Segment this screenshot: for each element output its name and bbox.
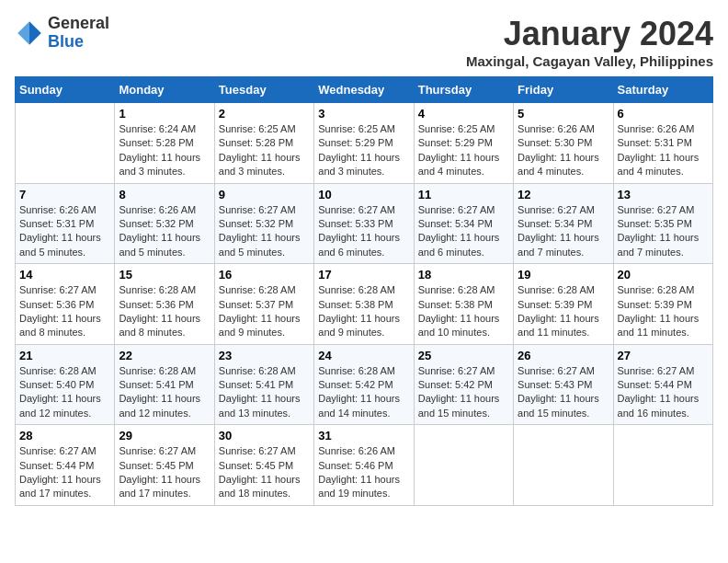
calendar-cell: 30Sunrise: 6:27 AMSunset: 5:45 PMDayligh…: [214, 425, 313, 506]
calendar-cell: 3Sunrise: 6:25 AMSunset: 5:29 PMDaylight…: [314, 103, 414, 184]
day-number: 30: [219, 429, 310, 442]
day-info: Sunrise: 6:26 AMSunset: 5:31 PMDaylight:…: [19, 203, 110, 260]
day-number: 4: [418, 107, 509, 121]
day-number: 20: [618, 268, 709, 282]
day-info: Sunrise: 6:27 AMSunset: 5:33 PMDaylight:…: [318, 203, 409, 260]
day-number: 28: [19, 429, 110, 442]
calendar-cell: 26Sunrise: 6:27 AMSunset: 5:43 PMDayligh…: [514, 344, 613, 425]
day-info: Sunrise: 6:27 AMSunset: 5:35 PMDaylight:…: [618, 203, 709, 260]
day-number: 23: [219, 349, 310, 362]
calendar: SundayMondayTuesdayWednesdayThursdayFrid…: [15, 76, 713, 506]
calendar-week-row: 1Sunrise: 6:24 AMSunset: 5:28 PMDaylight…: [16, 103, 713, 184]
svg-marker-1: [17, 21, 29, 45]
calendar-cell: 19Sunrise: 6:28 AMSunset: 5:39 PMDayligh…: [514, 264, 613, 345]
day-info: Sunrise: 6:28 AMSunset: 5:38 PMDaylight:…: [318, 283, 409, 340]
day-info: Sunrise: 6:25 AMSunset: 5:29 PMDaylight:…: [418, 122, 509, 179]
calendar-cell: 13Sunrise: 6:27 AMSunset: 5:35 PMDayligh…: [613, 183, 712, 264]
logo-text: General Blue: [48, 15, 109, 52]
day-info: Sunrise: 6:27 AMSunset: 5:45 PMDaylight:…: [219, 444, 310, 501]
day-number: 31: [318, 429, 409, 442]
calendar-cell: [16, 103, 115, 184]
day-info: Sunrise: 6:28 AMSunset: 5:37 PMDaylight:…: [219, 283, 310, 340]
day-number: 7: [19, 188, 110, 201]
calendar-cell: [613, 425, 712, 506]
calendar-cell: 2Sunrise: 6:25 AMSunset: 5:28 PMDaylight…: [214, 103, 313, 184]
day-number: 1: [119, 107, 210, 121]
day-number: 16: [219, 268, 310, 282]
title-block: January 2024 Maxingal, Cagayan Valley, P…: [466, 15, 713, 69]
day-info: Sunrise: 6:27 AMSunset: 5:45 PMDaylight:…: [119, 444, 210, 501]
day-of-week-header: Thursday: [414, 77, 513, 103]
day-of-week-header: Tuesday: [214, 77, 313, 103]
calendar-cell: 5Sunrise: 6:26 AMSunset: 5:30 PMDaylight…: [514, 103, 613, 184]
calendar-cell: 8Sunrise: 6:26 AMSunset: 5:32 PMDaylight…: [115, 183, 214, 264]
day-number: 26: [518, 349, 609, 362]
calendar-cell: 28Sunrise: 6:27 AMSunset: 5:44 PMDayligh…: [16, 425, 115, 506]
calendar-week-row: 14Sunrise: 6:27 AMSunset: 5:36 PMDayligh…: [16, 264, 713, 345]
day-info: Sunrise: 6:26 AMSunset: 5:31 PMDaylight:…: [618, 122, 709, 179]
day-info: Sunrise: 6:27 AMSunset: 5:32 PMDaylight:…: [219, 203, 310, 260]
page-header: General Blue January 2024 Maxingal, Caga…: [15, 15, 713, 69]
calendar-week-row: 28Sunrise: 6:27 AMSunset: 5:44 PMDayligh…: [16, 425, 713, 506]
day-number: 18: [418, 268, 509, 282]
day-number: 24: [318, 349, 409, 362]
day-info: Sunrise: 6:26 AMSunset: 5:46 PMDaylight:…: [318, 444, 409, 501]
calendar-cell: 14Sunrise: 6:27 AMSunset: 5:36 PMDayligh…: [16, 264, 115, 345]
day-info: Sunrise: 6:28 AMSunset: 5:41 PMDaylight:…: [119, 364, 210, 421]
calendar-cell: 9Sunrise: 6:27 AMSunset: 5:32 PMDaylight…: [214, 183, 313, 264]
day-of-week-header: Monday: [115, 77, 214, 103]
day-number: 25: [418, 349, 509, 362]
day-info: Sunrise: 6:25 AMSunset: 5:28 PMDaylight:…: [219, 122, 310, 179]
day-number: 9: [219, 188, 310, 201]
day-info: Sunrise: 6:24 AMSunset: 5:28 PMDaylight:…: [119, 122, 210, 179]
day-number: 17: [318, 268, 409, 282]
calendar-cell: 1Sunrise: 6:24 AMSunset: 5:28 PMDaylight…: [115, 103, 214, 184]
day-number: 2: [219, 107, 310, 121]
calendar-cell: [514, 425, 613, 506]
calendar-cell: 21Sunrise: 6:28 AMSunset: 5:40 PMDayligh…: [16, 344, 115, 425]
day-number: 19: [518, 268, 609, 282]
calendar-cell: 11Sunrise: 6:27 AMSunset: 5:34 PMDayligh…: [414, 183, 513, 264]
calendar-cell: 18Sunrise: 6:28 AMSunset: 5:38 PMDayligh…: [414, 264, 513, 345]
day-of-week-header: Saturday: [613, 77, 712, 103]
calendar-cell: 31Sunrise: 6:26 AMSunset: 5:46 PMDayligh…: [314, 425, 414, 506]
day-number: 13: [618, 188, 709, 201]
calendar-cell: 12Sunrise: 6:27 AMSunset: 5:34 PMDayligh…: [514, 183, 613, 264]
day-number: 15: [119, 268, 210, 282]
day-number: 3: [318, 107, 409, 121]
day-info: Sunrise: 6:27 AMSunset: 5:34 PMDaylight:…: [518, 203, 609, 260]
day-number: 14: [19, 268, 110, 282]
svg-marker-0: [29, 21, 41, 45]
calendar-week-row: 7Sunrise: 6:26 AMSunset: 5:31 PMDaylight…: [16, 183, 713, 264]
day-of-week-header: Sunday: [16, 77, 115, 103]
day-number: 5: [518, 107, 609, 121]
calendar-cell: 23Sunrise: 6:28 AMSunset: 5:41 PMDayligh…: [214, 344, 313, 425]
calendar-cell: 24Sunrise: 6:28 AMSunset: 5:42 PMDayligh…: [314, 344, 414, 425]
month-title: January 2024: [466, 15, 713, 53]
day-number: 29: [119, 429, 210, 442]
day-info: Sunrise: 6:28 AMSunset: 5:38 PMDaylight:…: [418, 283, 509, 340]
day-number: 22: [119, 349, 210, 362]
calendar-cell: 17Sunrise: 6:28 AMSunset: 5:38 PMDayligh…: [314, 264, 414, 345]
calendar-cell: 15Sunrise: 6:28 AMSunset: 5:36 PMDayligh…: [115, 264, 214, 345]
day-number: 6: [618, 107, 709, 121]
day-info: Sunrise: 6:26 AMSunset: 5:30 PMDaylight:…: [518, 122, 609, 179]
day-info: Sunrise: 6:28 AMSunset: 5:41 PMDaylight:…: [219, 364, 310, 421]
calendar-header-row: SundayMondayTuesdayWednesdayThursdayFrid…: [16, 77, 713, 103]
calendar-cell: 6Sunrise: 6:26 AMSunset: 5:31 PMDaylight…: [613, 103, 712, 184]
calendar-cell: 20Sunrise: 6:28 AMSunset: 5:39 PMDayligh…: [613, 264, 712, 345]
day-info: Sunrise: 6:28 AMSunset: 5:42 PMDaylight:…: [318, 364, 409, 421]
day-of-week-header: Friday: [514, 77, 613, 103]
day-info: Sunrise: 6:28 AMSunset: 5:36 PMDaylight:…: [119, 283, 210, 340]
calendar-cell: 10Sunrise: 6:27 AMSunset: 5:33 PMDayligh…: [314, 183, 414, 264]
logo: General Blue: [15, 15, 109, 52]
day-info: Sunrise: 6:27 AMSunset: 5:43 PMDaylight:…: [518, 364, 609, 421]
calendar-cell: 22Sunrise: 6:28 AMSunset: 5:41 PMDayligh…: [115, 344, 214, 425]
day-info: Sunrise: 6:28 AMSunset: 5:39 PMDaylight:…: [618, 283, 709, 340]
day-info: Sunrise: 6:27 AMSunset: 5:42 PMDaylight:…: [418, 364, 509, 421]
day-info: Sunrise: 6:27 AMSunset: 5:44 PMDaylight:…: [618, 364, 709, 421]
day-info: Sunrise: 6:26 AMSunset: 5:32 PMDaylight:…: [119, 203, 210, 260]
day-number: 21: [19, 349, 110, 362]
calendar-cell: 29Sunrise: 6:27 AMSunset: 5:45 PMDayligh…: [115, 425, 214, 506]
day-number: 12: [518, 188, 609, 201]
